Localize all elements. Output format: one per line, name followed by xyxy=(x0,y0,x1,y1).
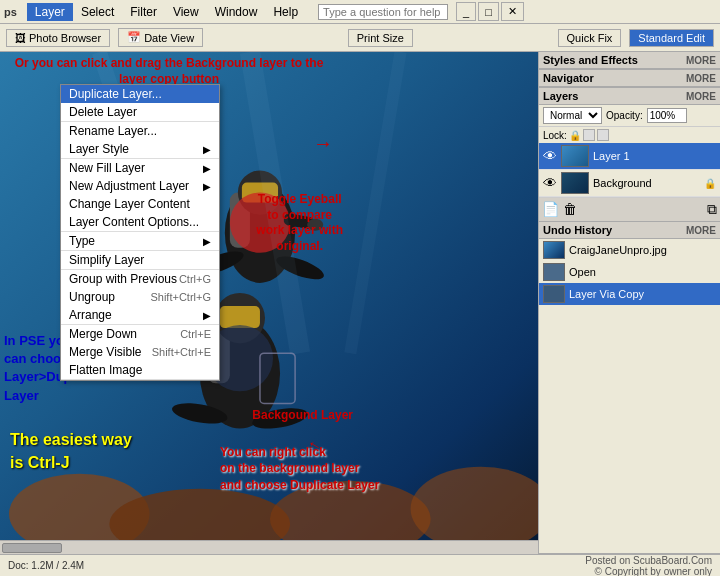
styles-effects-header: Styles and Effects MORE xyxy=(539,52,720,69)
layers-lock-row: Lock: 🔒 xyxy=(539,127,720,143)
menu-item-label: Delete Layer xyxy=(69,105,137,119)
layers-section: Layers MORE Normal Opacity: Lock: 🔒 👁 xyxy=(539,88,720,222)
menu-shortcut: Shift+Ctrl+E xyxy=(152,346,211,358)
minimize-button[interactable]: _ xyxy=(456,2,476,21)
menu-group-7: Merge Down Ctrl+E Merge Visible Shift+Ct… xyxy=(61,325,219,380)
menu-item-ungroup[interactable]: Ungroup Shift+Ctrl+G xyxy=(61,288,219,306)
quick-fix-button[interactable]: Quick Fix xyxy=(558,29,622,47)
layer-item-layer1[interactable]: 👁 Layer 1 xyxy=(539,143,720,170)
submenu-arrow-icon: ▶ xyxy=(203,144,211,155)
submenu-arrow-icon: ▶ xyxy=(203,310,211,321)
standard-edit-button[interactable]: Standard Edit xyxy=(629,29,714,47)
photo-browser-label: Photo Browser xyxy=(29,32,101,44)
lock-label: Lock: xyxy=(543,130,567,141)
layer-blending-mode[interactable]: Normal xyxy=(543,107,602,124)
menu-item-flatten[interactable]: Flatten Image xyxy=(61,361,219,379)
menu-bar-container: ps Layer Select Filter View Window Help … xyxy=(0,0,720,24)
menu-item-layer-style[interactable]: Layer Style ▶ xyxy=(61,140,219,158)
layer-copy-button[interactable]: ⧉ xyxy=(707,201,717,218)
menu-item-label: Arrange xyxy=(69,308,112,322)
menu-group-5: Simplify Layer xyxy=(61,251,219,270)
menu-item-label: Type xyxy=(69,234,95,248)
maximize-button[interactable]: □ xyxy=(478,2,499,21)
menu-group-6: Group with Previous Ctrl+G Ungroup Shift… xyxy=(61,270,219,325)
copyright-area: Posted on ScubaBoard.Com © Copyright by … xyxy=(585,555,712,577)
layer-eye-icon[interactable]: 👁 xyxy=(543,148,557,164)
photo-browser-icon: 🖼 xyxy=(15,32,26,44)
styles-effects-more[interactable]: MORE xyxy=(686,55,716,66)
undo-item-label: CraigJaneUnpro.jpg xyxy=(569,244,667,256)
menu-filter[interactable]: Filter xyxy=(122,3,165,21)
main-area: Or you can click and drag the Background… xyxy=(0,52,720,554)
delete-layer-button[interactable]: 🗑 xyxy=(563,201,577,218)
menu-view[interactable]: View xyxy=(165,3,207,21)
annotation-top-right: Or you can click and drag the Background… xyxy=(0,56,338,87)
menu-item-label: Change Layer Content xyxy=(69,197,190,211)
menu-item-label: Simplify Layer xyxy=(69,253,144,267)
undo-thumb-open xyxy=(543,263,565,281)
menu-item-label: Layer Content Options... xyxy=(69,215,199,229)
toolbar2: 🖼 Photo Browser 📅 Date View Print Size Q… xyxy=(0,24,720,52)
undo-thumb-copy xyxy=(543,285,565,303)
layers-header: Layers MORE xyxy=(539,88,720,105)
menu-item-label: Group with Previous xyxy=(69,272,177,286)
menu-item-arrange[interactable]: Arrange ▶ xyxy=(61,306,219,324)
menu-item-label: Merge Down xyxy=(69,327,137,341)
menu-item-merge-down[interactable]: Merge Down Ctrl+E xyxy=(61,325,219,343)
menu-item-new-adjustment[interactable]: New Adjustment Layer ▶ xyxy=(61,177,219,195)
menu-item-content-options[interactable]: Layer Content Options... xyxy=(61,213,219,231)
menu-item-label: Flatten Image xyxy=(69,363,142,377)
layer1-name: Layer 1 xyxy=(593,150,630,162)
status-text: Doc: 1.2M / 2.4M xyxy=(8,560,84,571)
layers-actions-row: 📄 🗑 ⧉ xyxy=(539,197,720,221)
date-view-label: Date View xyxy=(144,32,194,44)
menu-item-type[interactable]: Type ▶ xyxy=(61,232,219,250)
menu-item-change-content[interactable]: Change Layer Content xyxy=(61,195,219,213)
layer-item-background[interactable]: 👁 Background 🔒 xyxy=(539,170,720,197)
lock-transparent-icon[interactable] xyxy=(583,129,595,141)
undo-history-more[interactable]: MORE xyxy=(686,225,716,236)
search-input[interactable] xyxy=(318,4,448,20)
date-view-icon: 📅 xyxy=(127,31,141,44)
new-layer-button[interactable]: 📄 xyxy=(542,201,559,218)
photo-browser-button[interactable]: 🖼 Photo Browser xyxy=(6,29,110,47)
layers-toolbar: Normal Opacity: xyxy=(539,105,720,127)
navigator-section: Navigator MORE xyxy=(539,70,720,88)
undo-thumb-file xyxy=(543,241,565,259)
menu-item-rename-layer[interactable]: Rename Layer... xyxy=(61,122,219,140)
menu-item-label: Merge Visible xyxy=(69,345,141,359)
menu-item-group-previous[interactable]: Group with Previous Ctrl+G xyxy=(61,270,219,288)
date-view-button[interactable]: 📅 Date View xyxy=(118,28,203,47)
styles-effects-title: Styles and Effects xyxy=(543,54,638,66)
menu-group-2: Rename Layer... Layer Style ▶ xyxy=(61,122,219,159)
layer-eye-icon[interactable]: 👁 xyxy=(543,175,557,191)
menu-item-new-fill[interactable]: New Fill Layer ▶ xyxy=(61,159,219,177)
menu-help[interactable]: Help xyxy=(265,3,306,21)
undo-item-layer-copy[interactable]: Layer Via Copy xyxy=(539,283,720,305)
menu-item-merge-visible[interactable]: Merge Visible Shift+Ctrl+E xyxy=(61,343,219,361)
menu-item-delete-layer[interactable]: Delete Layer xyxy=(61,103,219,121)
menu-window[interactable]: Window xyxy=(207,3,266,21)
menu-item-simplify[interactable]: Simplify Layer xyxy=(61,251,219,269)
print-size-button[interactable]: Print Size xyxy=(348,29,413,47)
annotation-ctrlj: The easiest wayis Ctrl-J xyxy=(10,429,132,474)
close-button[interactable]: ✕ xyxy=(501,2,524,21)
undo-item-open-file[interactable]: CraigJaneUnpro.jpg xyxy=(539,239,720,261)
layers-more[interactable]: MORE xyxy=(686,91,716,102)
lock-position-icon[interactable] xyxy=(597,129,609,141)
undo-item-open[interactable]: Open xyxy=(539,261,720,283)
horizontal-scrollbar[interactable] xyxy=(0,540,538,554)
scrollbar-thumb[interactable] xyxy=(2,543,62,553)
menu-group-4: Type ▶ xyxy=(61,232,219,251)
submenu-arrow-icon: ▶ xyxy=(203,163,211,174)
menu-item-duplicate-layer[interactable]: Duplicate Layer... xyxy=(61,85,219,103)
navigator-header: Navigator MORE xyxy=(539,70,720,87)
menu-select[interactable]: Select xyxy=(73,3,122,21)
app-logo: ps xyxy=(4,6,17,18)
submenu-arrow-icon: ▶ xyxy=(203,181,211,192)
navigator-more[interactable]: MORE xyxy=(686,73,716,84)
menu-layer[interactable]: Layer xyxy=(27,3,73,21)
menu-group-1: Duplicate Layer... Delete Layer xyxy=(61,85,219,122)
layer-opacity-input[interactable] xyxy=(647,108,687,123)
menu-item-label: Duplicate Layer... xyxy=(69,87,162,101)
